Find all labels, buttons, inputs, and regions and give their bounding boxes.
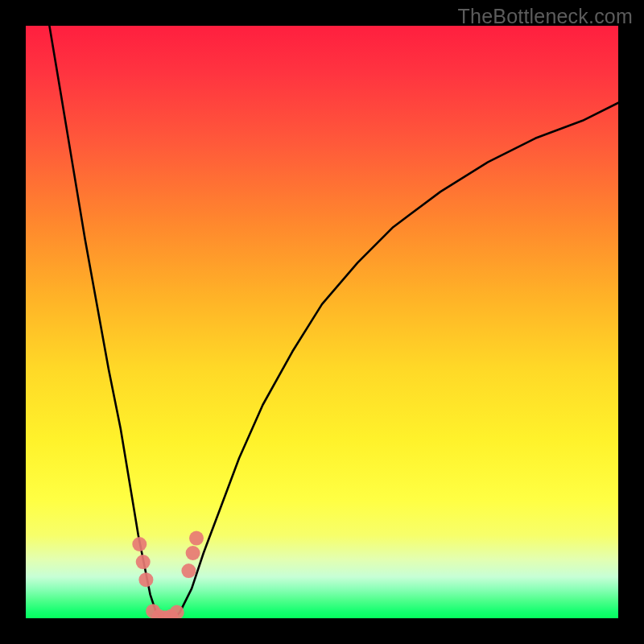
curve-markers (132, 531, 204, 618)
data-marker (189, 531, 204, 546)
data-marker (132, 537, 147, 551)
plot-area (26, 26, 618, 618)
data-marker (181, 564, 196, 578)
curve-path (49, 26, 618, 618)
data-marker (138, 572, 153, 587)
watermark-text: TheBottleneck.com (458, 5, 633, 28)
data-marker (186, 546, 200, 560)
curve-line (49, 26, 618, 618)
data-marker (136, 555, 151, 569)
bottleneck-curve-svg (26, 26, 618, 618)
chart-frame: TheBottleneck.com (0, 0, 644, 644)
